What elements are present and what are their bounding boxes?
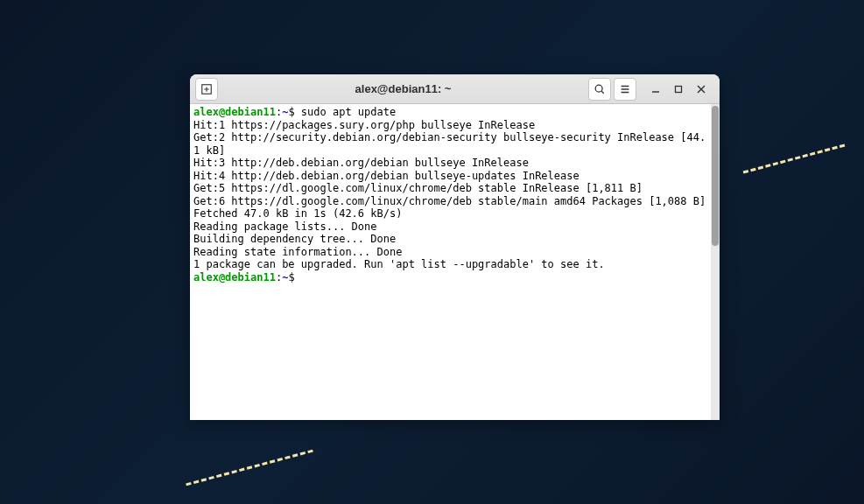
close-button[interactable] bbox=[695, 83, 707, 95]
prompt-path: ~ bbox=[282, 106, 288, 118]
background-decoration-line bbox=[743, 144, 846, 174]
minimize-icon bbox=[650, 84, 661, 94]
svg-rect-9 bbox=[676, 86, 682, 92]
hamburger-icon bbox=[619, 83, 631, 95]
terminal-content[interactable]: alex@debian11:~$ sudo apt update Hit:1 h… bbox=[190, 104, 711, 420]
svg-point-3 bbox=[595, 85, 602, 92]
background-decoration-line bbox=[186, 450, 313, 486]
terminal-body[interactable]: alex@debian11:~$ sudo apt update Hit:1 h… bbox=[190, 104, 720, 420]
titlebar[interactable]: alex@debian11: ~ bbox=[190, 74, 720, 104]
menu-button[interactable] bbox=[614, 78, 636, 101]
new-tab-button[interactable] bbox=[195, 78, 218, 101]
maximize-button[interactable] bbox=[672, 83, 685, 95]
svg-line-4 bbox=[601, 91, 604, 94]
terminal-window: alex@debian11: ~ bbox=[190, 74, 720, 420]
search-icon bbox=[594, 83, 606, 95]
maximize-icon bbox=[673, 84, 684, 94]
window-title: alex@debian11: ~ bbox=[221, 82, 586, 95]
prompt-user-host: alex@debian11 bbox=[193, 271, 276, 284]
scrollbar[interactable] bbox=[711, 104, 720, 420]
new-tab-icon bbox=[200, 83, 213, 95]
search-button[interactable] bbox=[588, 78, 611, 101]
scrollbar-thumb[interactable] bbox=[712, 106, 719, 246]
minimize-button[interactable] bbox=[650, 83, 662, 95]
prompt-user-host: alex@debian11 bbox=[193, 106, 276, 118]
prompt-path: ~ bbox=[282, 271, 288, 284]
close-icon bbox=[696, 84, 706, 94]
